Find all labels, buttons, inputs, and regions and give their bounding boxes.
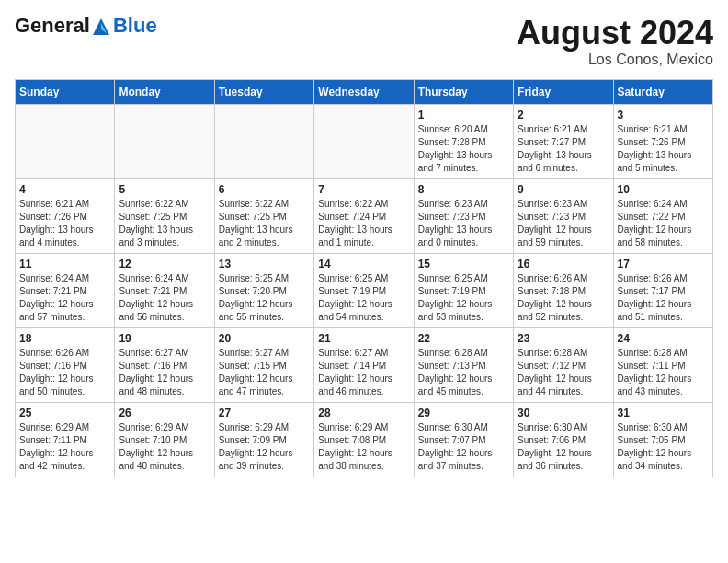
day-info: Sunrise: 6:24 AM Sunset: 7:22 PM Dayligh… <box>618 198 709 249</box>
day-number: 20 <box>219 332 310 345</box>
day-info: Sunrise: 6:25 AM Sunset: 7:19 PM Dayligh… <box>418 272 509 324</box>
day-number: 25 <box>19 407 110 419</box>
day-info: Sunrise: 6:24 AM Sunset: 7:21 PM Dayligh… <box>119 272 210 324</box>
day-number: 18 <box>19 332 110 345</box>
day-info: Sunrise: 6:26 AM Sunset: 7:16 PM Dayligh… <box>19 347 110 398</box>
day-number: 30 <box>518 407 609 419</box>
logo: General Blue <box>15 15 157 37</box>
day-number: 5 <box>119 183 210 196</box>
calendar-header-friday: Friday <box>514 79 613 104</box>
logo-general: General <box>15 14 90 37</box>
day-info: Sunrise: 6:21 AM Sunset: 7:26 PM Dayligh… <box>618 123 709 175</box>
sub-title: Los Conos, Mexico <box>517 52 713 68</box>
calendar-cell: 5Sunrise: 6:22 AM Sunset: 7:25 PM Daylig… <box>115 178 214 253</box>
calendar-cell: 13Sunrise: 6:25 AM Sunset: 7:20 PM Dayli… <box>214 253 313 327</box>
day-number: 9 <box>518 183 609 196</box>
day-info: Sunrise: 6:22 AM Sunset: 7:25 PM Dayligh… <box>119 198 210 249</box>
calendar-cell: 18Sunrise: 6:26 AM Sunset: 7:16 PM Dayli… <box>16 327 115 402</box>
calendar-cell: 10Sunrise: 6:24 AM Sunset: 7:22 PM Dayli… <box>613 178 712 253</box>
day-info: Sunrise: 6:26 AM Sunset: 7:17 PM Dayligh… <box>618 272 709 324</box>
calendar-cell: 11Sunrise: 6:24 AM Sunset: 7:21 PM Dayli… <box>16 253 115 327</box>
calendar-header-saturday: Saturday <box>613 79 712 104</box>
day-info: Sunrise: 6:27 AM Sunset: 7:15 PM Dayligh… <box>219 347 310 398</box>
calendar-week-4: 18Sunrise: 6:26 AM Sunset: 7:16 PM Dayli… <box>16 327 713 402</box>
calendar-cell: 26Sunrise: 6:29 AM Sunset: 7:10 PM Dayli… <box>115 402 214 477</box>
day-info: Sunrise: 6:21 AM Sunset: 7:26 PM Dayligh… <box>19 198 110 249</box>
calendar-header-monday: Monday <box>115 79 214 104</box>
calendar-cell: 27Sunrise: 6:29 AM Sunset: 7:09 PM Dayli… <box>214 402 313 477</box>
day-number: 24 <box>618 332 709 345</box>
day-info: Sunrise: 6:22 AM Sunset: 7:25 PM Dayligh… <box>219 198 310 249</box>
day-info: Sunrise: 6:23 AM Sunset: 7:23 PM Dayligh… <box>418 198 509 249</box>
day-info: Sunrise: 6:29 AM Sunset: 7:11 PM Dayligh… <box>19 421 110 473</box>
day-info: Sunrise: 6:28 AM Sunset: 7:11 PM Dayligh… <box>618 347 709 398</box>
day-number: 2 <box>518 109 609 121</box>
calendar-cell: 28Sunrise: 6:29 AM Sunset: 7:08 PM Dayli… <box>314 402 414 477</box>
calendar-cell: 7Sunrise: 6:22 AM Sunset: 7:24 PM Daylig… <box>314 178 414 253</box>
day-info: Sunrise: 6:25 AM Sunset: 7:20 PM Dayligh… <box>219 272 310 324</box>
day-info: Sunrise: 6:21 AM Sunset: 7:27 PM Dayligh… <box>518 123 609 175</box>
day-info: Sunrise: 6:25 AM Sunset: 7:19 PM Dayligh… <box>318 272 409 324</box>
day-number: 4 <box>19 183 110 196</box>
day-number: 19 <box>119 332 210 345</box>
day-number: 14 <box>318 258 409 270</box>
day-number: 8 <box>418 183 509 196</box>
calendar-cell: 15Sunrise: 6:25 AM Sunset: 7:19 PM Dayli… <box>414 253 513 327</box>
day-info: Sunrise: 6:30 AM Sunset: 7:06 PM Dayligh… <box>518 421 609 473</box>
day-number: 16 <box>518 258 609 270</box>
calendar-cell: 23Sunrise: 6:28 AM Sunset: 7:12 PM Dayli… <box>514 327 613 402</box>
title-block: August 2024 Los Conos, Mexico <box>517 15 713 68</box>
logo-icon <box>91 17 111 37</box>
calendar-cell: 25Sunrise: 6:29 AM Sunset: 7:11 PM Dayli… <box>16 402 115 477</box>
calendar-cell: 2Sunrise: 6:21 AM Sunset: 7:27 PM Daylig… <box>514 104 613 178</box>
day-info: Sunrise: 6:26 AM Sunset: 7:18 PM Dayligh… <box>518 272 609 324</box>
day-info: Sunrise: 6:29 AM Sunset: 7:09 PM Dayligh… <box>219 421 310 473</box>
day-number: 31 <box>618 407 709 419</box>
day-info: Sunrise: 6:28 AM Sunset: 7:13 PM Dayligh… <box>418 347 509 398</box>
calendar-cell: 8Sunrise: 6:23 AM Sunset: 7:23 PM Daylig… <box>414 178 513 253</box>
day-number: 29 <box>418 407 509 419</box>
calendar-header-wednesday: Wednesday <box>314 79 414 104</box>
day-info: Sunrise: 6:23 AM Sunset: 7:23 PM Dayligh… <box>518 198 609 249</box>
calendar-cell: 19Sunrise: 6:27 AM Sunset: 7:16 PM Dayli… <box>115 327 214 402</box>
day-info: Sunrise: 6:24 AM Sunset: 7:21 PM Dayligh… <box>19 272 110 324</box>
day-number: 12 <box>119 258 210 270</box>
day-info: Sunrise: 6:30 AM Sunset: 7:07 PM Dayligh… <box>418 421 509 473</box>
calendar-cell: 24Sunrise: 6:28 AM Sunset: 7:11 PM Dayli… <box>613 327 712 402</box>
calendar-week-3: 11Sunrise: 6:24 AM Sunset: 7:21 PM Dayli… <box>16 253 713 327</box>
day-number: 26 <box>119 407 210 419</box>
day-info: Sunrise: 6:27 AM Sunset: 7:16 PM Dayligh… <box>119 347 210 398</box>
calendar-cell: 20Sunrise: 6:27 AM Sunset: 7:15 PM Dayli… <box>214 327 313 402</box>
day-number: 6 <box>219 183 310 196</box>
day-info: Sunrise: 6:28 AM Sunset: 7:12 PM Dayligh… <box>518 347 609 398</box>
calendar-cell: 21Sunrise: 6:27 AM Sunset: 7:14 PM Dayli… <box>314 327 414 402</box>
main-title: August 2024 <box>517 15 713 52</box>
day-number: 13 <box>219 258 310 270</box>
day-number: 7 <box>318 183 409 196</box>
calendar-header-tuesday: Tuesday <box>214 79 313 104</box>
day-number: 22 <box>418 332 509 345</box>
day-info: Sunrise: 6:29 AM Sunset: 7:10 PM Dayligh… <box>119 421 210 473</box>
calendar-cell <box>115 104 214 178</box>
calendar-week-2: 4Sunrise: 6:21 AM Sunset: 7:26 PM Daylig… <box>16 178 713 253</box>
calendar-cell: 4Sunrise: 6:21 AM Sunset: 7:26 PM Daylig… <box>16 178 115 253</box>
day-number: 27 <box>219 407 310 419</box>
page-header: General Blue August 2024 Los Conos, Mexi… <box>15 15 713 68</box>
day-number: 28 <box>318 407 409 419</box>
calendar-cell: 3Sunrise: 6:21 AM Sunset: 7:26 PM Daylig… <box>613 104 712 178</box>
calendar-table: SundayMondayTuesdayWednesdayThursdayFrid… <box>15 79 713 477</box>
calendar-cell <box>314 104 414 178</box>
calendar-cell: 9Sunrise: 6:23 AM Sunset: 7:23 PM Daylig… <box>514 178 613 253</box>
calendar-cell: 22Sunrise: 6:28 AM Sunset: 7:13 PM Dayli… <box>414 327 513 402</box>
day-info: Sunrise: 6:22 AM Sunset: 7:24 PM Dayligh… <box>318 198 409 249</box>
calendar-cell: 16Sunrise: 6:26 AM Sunset: 7:18 PM Dayli… <box>514 253 613 327</box>
calendar-header-sunday: Sunday <box>16 79 115 104</box>
day-info: Sunrise: 6:29 AM Sunset: 7:08 PM Dayligh… <box>318 421 409 473</box>
calendar-cell: 17Sunrise: 6:26 AM Sunset: 7:17 PM Dayli… <box>613 253 712 327</box>
day-number: 23 <box>518 332 609 345</box>
calendar-week-5: 25Sunrise: 6:29 AM Sunset: 7:11 PM Dayli… <box>16 402 713 477</box>
day-number: 10 <box>618 183 709 196</box>
calendar-week-1: 1Sunrise: 6:20 AM Sunset: 7:28 PM Daylig… <box>16 104 713 178</box>
calendar-header-row: SundayMondayTuesdayWednesdayThursdayFrid… <box>16 79 713 104</box>
calendar-cell: 12Sunrise: 6:24 AM Sunset: 7:21 PM Dayli… <box>115 253 214 327</box>
